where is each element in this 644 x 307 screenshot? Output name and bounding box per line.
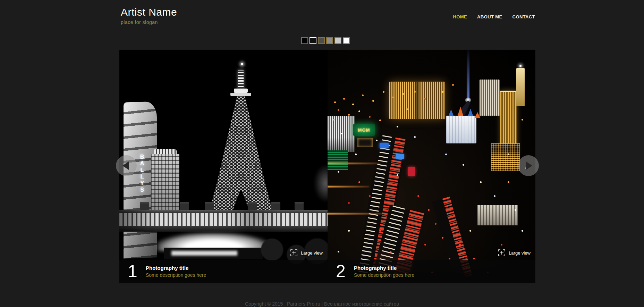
slide-1-caption: 1 Photography title Some description goe… [119, 260, 328, 283]
left-arrow-icon [122, 161, 129, 170]
storefront-lit-sign [171, 251, 237, 256]
cross-street-lights [328, 186, 369, 188]
copyright-text: Copyright © 2015 . Partners-Pro.ru | Бес… [0, 301, 644, 307]
castle-turret-blue [468, 109, 473, 116]
carousel-pager [301, 37, 350, 44]
castle-turret-orange [458, 107, 463, 116]
red-billboard [408, 167, 415, 176]
eiffel-tower-tip-light [241, 63, 243, 65]
castle-turret-orange [475, 112, 480, 118]
eiffel-tower-body [209, 96, 273, 212]
carousel-slide-1: BALLYS [119, 50, 328, 283]
blue-billboard [396, 154, 404, 159]
slide-number: 2 [336, 261, 353, 282]
site-slogan: place for slogan [121, 19, 177, 25]
mgm-sign: MGM [353, 124, 375, 136]
site-title: Artist Name [121, 6, 177, 18]
pager-thumb-5[interactable] [334, 37, 341, 44]
pager-thumb-6[interactable] [343, 37, 350, 44]
slide-2-large-view-link[interactable]: Large view [498, 249, 531, 257]
carousel-track: BALLYS [119, 50, 535, 283]
caption-text-block: Photography title Some description goes … [146, 265, 206, 278]
nav-item-about-me[interactable]: ABOUT ME [477, 14, 502, 19]
cross-street-lights [328, 163, 380, 164]
zoom-expand-icon [290, 249, 298, 257]
caption-text-block: Photography title Some description goes … [354, 265, 414, 278]
carousel-slide-2: MGM [328, 50, 535, 283]
cross-street-lights [328, 213, 383, 215]
gold-window-building [491, 143, 520, 171]
page: Artist Name place for slogan HOME ABOUT … [0, 0, 644, 307]
bridge-shadow [119, 210, 328, 232]
pager-thumb-3[interactable] [318, 37, 325, 44]
white-tower-building [480, 80, 500, 116]
carousel-prev-button[interactable] [116, 155, 137, 176]
eiffel-tower-platform [230, 93, 251, 96]
castle-building [446, 116, 476, 143]
large-view-label: Large view [301, 250, 323, 256]
slide-1-photo: BALLYS [119, 50, 328, 283]
blue-billboard [380, 143, 389, 148]
photo-description: Some description goes here [354, 272, 414, 278]
spire-tower-building [516, 68, 525, 106]
nav-item-contact[interactable]: CONTACT [512, 14, 535, 19]
green-roof-building [328, 150, 348, 170]
background-building [151, 154, 179, 211]
storefront [164, 248, 263, 259]
light-flare [314, 164, 328, 202]
right-arrow-icon [526, 161, 532, 170]
scattered-white-lights [328, 50, 329, 51]
slide-1-large-view-link[interactable]: Large view [290, 249, 323, 257]
photo-title: Photography title [354, 265, 414, 271]
nav-item-home[interactable]: HOME [453, 14, 467, 19]
slide-2-caption: 2 Photography title Some description goe… [328, 260, 535, 283]
pager-thumb-2-active[interactable] [310, 37, 316, 44]
gold-hotel-building [389, 82, 445, 119]
ballys-vertical-sign: BALLYS [139, 154, 145, 199]
zoom-expand-icon [498, 249, 506, 257]
luxor-sky-beam [467, 50, 469, 100]
slide-2-photo: MGM [328, 50, 535, 283]
pager-thumb-4[interactable] [326, 37, 333, 44]
site-logo: Artist Name place for slogan [121, 6, 177, 25]
photo-description: Some description goes here [146, 272, 206, 278]
main-nav: HOME ABOUT ME CONTACT [453, 14, 535, 19]
eiffel-tower-mast [238, 70, 244, 90]
carousel-next-button[interactable] [518, 155, 539, 176]
carousel: BALLYS [119, 50, 535, 283]
photo-title: Photography title [146, 265, 206, 271]
large-view-label: Large view [509, 250, 531, 256]
white-building [477, 205, 518, 225]
slide-number: 1 [128, 261, 145, 282]
pager-thumb-1[interactable] [301, 37, 308, 44]
castle-turret-blue [448, 109, 454, 116]
eiffel-tower-cap [234, 89, 248, 93]
striped-hotel-building [328, 116, 355, 152]
footer: Copyright © 2015 . Partners-Pro.ru | Бес… [0, 301, 644, 307]
billboard-screen [357, 138, 373, 147]
